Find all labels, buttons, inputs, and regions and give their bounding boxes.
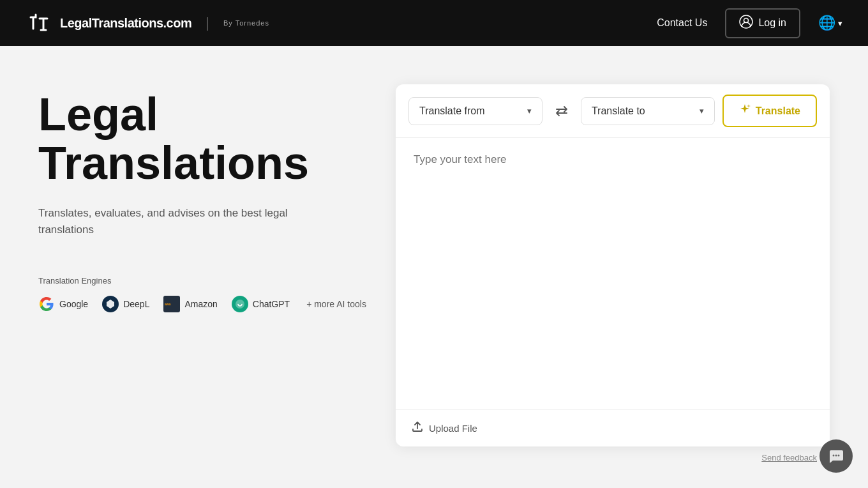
amazon-icon: aws	[163, 296, 180, 312]
deepl-icon	[102, 296, 119, 312]
login-button[interactable]: Log in	[725, 8, 800, 38]
translate-from-select[interactable]: Translate from ▾	[408, 97, 542, 125]
language-selector[interactable]: 🌐 ▾	[818, 15, 842, 31]
chatgpt-label: ChatGPT	[253, 299, 290, 309]
more-tools-label: + more AI tools	[306, 299, 366, 309]
header: LegalTranslations.com | By Tornedes Cont…	[0, 0, 868, 46]
translate-controls: Translate from ▾ Translate to ▾	[396, 84, 830, 138]
svg-point-5	[835, 455, 837, 457]
main-content: Legal Translations Translates, evaluates…	[0, 46, 868, 488]
svg-rect-0	[26, 10, 52, 36]
chevron-to-icon: ▾	[700, 106, 704, 116]
deepl-label: DeepL	[123, 299, 149, 309]
hero-title: Legal Translations	[38, 91, 370, 187]
engines-row: Google DeepL aws Amazon	[38, 296, 370, 312]
translate-to-label: Translate to	[592, 105, 645, 117]
contact-us-link[interactable]: Contact Us	[657, 17, 707, 29]
send-feedback-link[interactable]: Send feedback	[396, 446, 830, 462]
sparkle-icon	[739, 103, 751, 118]
engine-deepl: DeepL	[102, 296, 149, 312]
upload-icon	[411, 420, 424, 436]
upload-label: Upload File	[429, 423, 477, 434]
right-panel: Translate from ▾ Translate to ▾	[396, 84, 830, 462]
logo-divider: |	[206, 15, 209, 31]
svg-point-4	[833, 455, 835, 457]
engine-chatgpt: ChatGPT	[232, 296, 290, 312]
translate-from-label: Translate from	[419, 105, 485, 117]
logo-by: By Tornedes	[223, 19, 269, 27]
engine-google: Google	[38, 296, 88, 312]
swap-languages-button[interactable]	[550, 100, 573, 123]
chatgpt-icon	[232, 296, 248, 312]
chevron-from-icon: ▾	[527, 106, 532, 116]
amazon-label: Amazon	[184, 299, 217, 309]
translation-card: Translate from ▾ Translate to ▾	[396, 84, 830, 446]
chat-widget[interactable]	[819, 439, 853, 473]
translate-label: Translate	[756, 105, 800, 117]
left-panel: Legal Translations Translates, evaluates…	[38, 84, 370, 462]
logo-area: LegalTranslations.com | By Tornedes	[26, 10, 269, 36]
logo-text: LegalTranslations.com	[60, 16, 191, 31]
globe-icon: 🌐	[818, 15, 835, 31]
logo-icon	[26, 10, 52, 36]
engines-label: Translation Engines	[38, 276, 370, 286]
google-label: Google	[59, 299, 88, 309]
upload-file-row[interactable]: Upload File	[396, 409, 830, 446]
translate-to-select[interactable]: Translate to ▾	[581, 97, 715, 125]
account-icon	[739, 15, 753, 32]
svg-point-6	[838, 455, 840, 457]
svg-text:aws: aws	[165, 302, 171, 306]
hero-subtitle: Translates, evaluates, and advises on th…	[38, 205, 294, 238]
google-icon	[38, 296, 55, 312]
engine-amazon: aws Amazon	[163, 296, 217, 312]
translate-button[interactable]: Translate	[722, 95, 817, 127]
translation-input[interactable]	[396, 138, 830, 409]
header-right: Contact Us Log in 🌐 ▾	[657, 8, 842, 38]
globe-arrow: ▾	[838, 19, 842, 28]
textarea-area	[396, 138, 830, 409]
login-label: Log in	[758, 17, 786, 29]
